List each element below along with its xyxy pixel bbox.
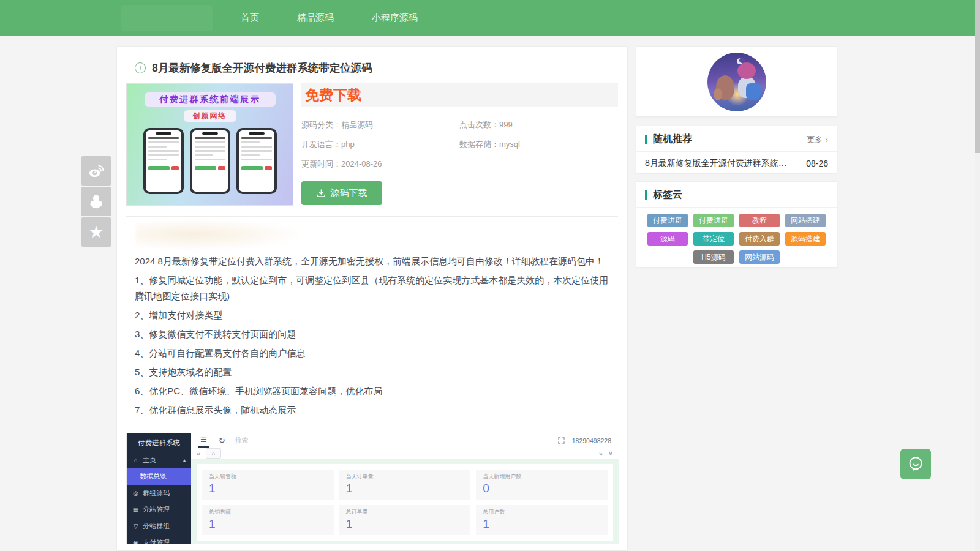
product-info: 免费下载 源码分类：精品源码点击次数：999开发语言：php数据存储：mysql…	[301, 83, 618, 206]
admin-menu-item: ▽分站群组	[127, 518, 191, 534]
more-label: 更多	[807, 134, 823, 145]
stat-label: 总用户数	[483, 508, 601, 516]
tag-cloud-header: 标签云	[636, 182, 837, 208]
stat-value: 1	[209, 517, 327, 531]
stat-label: 当天订单量	[346, 473, 464, 481]
nav-item[interactable]: 小程序源码	[353, 0, 437, 36]
description-paragraph: 2024 8月最新修复带定位付费入群系统，全开源无加密无授权，前端展示信息均可自…	[135, 253, 609, 269]
admin-menu: ⌂主页▴数据总览◎群组源码▦分站管理▽分站群组◉支付管理	[127, 452, 191, 544]
share-bar: ★	[81, 156, 111, 248]
recommend-item[interactable]: 8月最新修复版全开源付费进群系统带...08-26	[636, 152, 837, 175]
stat-card: 当天新增用户数0	[476, 470, 608, 500]
nav-item[interactable]: 首页	[222, 0, 278, 36]
free-download-bar: 免费下载	[301, 83, 618, 107]
scrollbar-track[interactable]	[975, 0, 980, 551]
admin-main: ☰ ↻ 搜索 18290498228 « ⌂ » ∨ 当天销售额1当天订单量1当…	[191, 433, 619, 544]
stat-card: 当天订单量1	[339, 470, 471, 500]
nav-menu: 首页精品源码小程序源码	[222, 0, 437, 36]
site-logo	[121, 5, 213, 31]
avatar-card	[636, 46, 837, 117]
meta-item: 源码分类：精品源码	[301, 119, 459, 130]
chat-smile-icon	[907, 455, 925, 473]
admin-menu-label: 支付管理	[143, 538, 170, 544]
tag-item[interactable]: 教程	[739, 214, 780, 227]
accent-bar	[645, 135, 647, 144]
chevron-right-icon: ›	[825, 135, 828, 144]
stat-label: 当天销售额	[209, 473, 327, 481]
info-icon: i	[135, 62, 146, 73]
article-description: 2024 8月最新修复带定位付费入群系统，全开源无加密无授权，前端展示信息均可自…	[135, 253, 609, 418]
meta-item: 数据存储：mysql	[459, 139, 618, 150]
admin-menu-item: ◉支付管理	[127, 534, 191, 544]
free-download-label: 免费下载	[305, 86, 361, 105]
phone-mockup	[143, 128, 184, 194]
fullscreen-icon	[558, 437, 565, 444]
tag-item[interactable]: 网站源码	[739, 250, 780, 264]
meta-grid: 源码分类：精品源码点击次数：999开发语言：php数据存储：mysql更新时间：…	[301, 119, 618, 170]
recommend-title: 随机推荐	[653, 133, 692, 146]
meta-label: 源码分类：	[301, 120, 341, 129]
article-card: i 8月最新修复版全开源付费进群系统带定位源码 付费进群系统前端展示 创颜网络	[116, 46, 628, 551]
meta-value: 999	[499, 120, 513, 129]
meta-item: 更新时间：2024-08-26	[301, 159, 459, 170]
admin-menu-item: ▦分站管理	[127, 501, 191, 518]
admin-menu-item: ◎群组源码	[127, 485, 191, 501]
recommend-card: 随机推荐 更多 › 8月最新修复版全开源付费进群系统带...08-26	[636, 126, 837, 173]
share-qzone-button[interactable]: ★	[81, 217, 111, 247]
meta-value: 2024-08-26	[341, 159, 382, 168]
tag-item[interactable]: 网站搭建	[785, 214, 826, 227]
scrollbar-thumb[interactable]	[975, 0, 980, 153]
recommend-header: 随机推荐 更多 ›	[636, 126, 837, 152]
menu-icon: ☰	[198, 433, 209, 448]
caret-up-icon: ▴	[183, 457, 186, 463]
recommend-list: 8月最新修复版全开源付费进群系统带...08-26	[636, 152, 837, 175]
admin-sidebar: 付费进群系统 ⌂主页▴数据总览◎群组源码▦分站管理▽分站群组◉支付管理	[127, 433, 191, 544]
stat-value: 1	[483, 517, 601, 531]
banner-title: 付费进群系统前端展示	[145, 92, 276, 107]
tag-item[interactable]: H5源码	[693, 250, 734, 264]
qzone-star-icon: ★	[89, 224, 104, 241]
tag-item[interactable]: 付费入群	[739, 232, 780, 246]
share-weibo-button[interactable]	[81, 156, 111, 186]
stat-card: 总销售额1	[202, 505, 334, 535]
tag-item[interactable]: 付费进群	[693, 214, 734, 227]
admin-phone: 18290498228	[572, 437, 611, 444]
accent-bar	[645, 190, 647, 200]
tag-item[interactable]: 付费进群	[647, 214, 688, 227]
admin-panel-screenshot: 付费进群系统 ⌂主页▴数据总览◎群组源码▦分站管理▽分站群组◉支付管理 ☰ ↻ …	[126, 433, 619, 544]
share-qq-button[interactable]	[81, 187, 111, 216]
meta-item: 点击次数：999	[459, 119, 618, 130]
tag-item[interactable]: 带定位	[693, 232, 734, 246]
article-title-row: i 8月最新修复版全开源付费进群系统带定位源码	[135, 61, 618, 75]
tag-item[interactable]: 源码搭建	[785, 232, 826, 246]
banner-subtitle: 创颜网络	[184, 110, 236, 122]
description-paragraph: 3、修复微信支付不跳转支付页面的问题	[135, 326, 609, 342]
top-navbar: 首页精品源码小程序源码	[0, 0, 980, 36]
admin-menu-label: 分站管理	[143, 505, 170, 514]
home-icon: ⌂	[132, 457, 139, 463]
nav-item[interactable]: 精品源码	[278, 0, 353, 36]
chevron-down-icon: ∨	[608, 449, 613, 457]
meta-label: 点击次数：	[459, 120, 499, 129]
page-title: 8月最新修复版全开源付费进群系统带定位源码	[152, 61, 372, 75]
meta-value: 精品源码	[341, 120, 373, 129]
more-link[interactable]: 更多 ›	[807, 134, 828, 145]
stat-card: 当天销售额1	[202, 470, 334, 500]
tag-cloud-card: 标签云 付费进群付费进群教程网站搭建源码带定位付费入群源码搭建H5源码网站源码	[636, 181, 837, 268]
qr-icon: ◎	[132, 490, 139, 497]
avatar	[707, 53, 766, 111]
meta-value: mysql	[499, 140, 520, 149]
download-button[interactable]: 源码下载	[301, 181, 382, 205]
tag-item[interactable]: 源码	[647, 232, 688, 246]
group-icon: ▽	[132, 523, 139, 530]
watermark	[136, 219, 301, 250]
chat-button[interactable]	[900, 449, 931, 479]
stat-card: 总用户数1	[476, 505, 608, 535]
collapse-left-icon: «	[197, 450, 200, 457]
admin-menu-label: 群组源码	[143, 489, 170, 498]
stat-value: 1	[346, 482, 464, 495]
phone-mockup	[190, 128, 230, 194]
stat-label: 总销售额	[209, 508, 327, 516]
meta-item: 开发语言：php	[301, 139, 459, 150]
admin-tabbar: « ⌂ » ∨	[191, 448, 619, 459]
